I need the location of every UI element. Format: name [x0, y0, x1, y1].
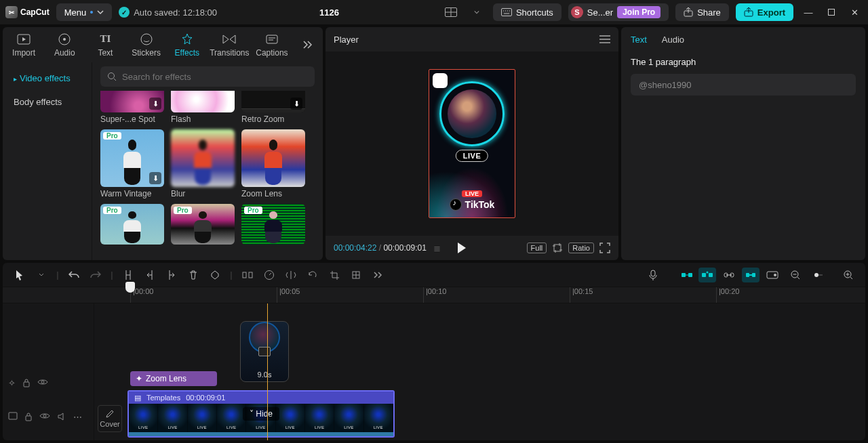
eye-icon[interactable]: [37, 378, 48, 388]
pointer-tool[interactable]: [9, 266, 30, 284]
fx-item[interactable]: ⬇Retro Zoom: [241, 91, 305, 124]
zoom-slider[interactable]: [808, 266, 829, 284]
library-tabs: Import Audio TIText Stickers Effects Tra…: [3, 27, 323, 62]
svg-rect-12: [243, 272, 246, 278]
menu-button[interactable]: Menu: [56, 3, 113, 21]
preview-toggle[interactable]: [762, 266, 783, 284]
download-icon[interactable]: ⬇: [290, 98, 302, 110]
freeze-button[interactable]: [346, 266, 366, 284]
tab-effects[interactable]: Effects: [170, 33, 204, 58]
fx-item[interactable]: Flash: [171, 91, 235, 124]
svg-rect-9: [267, 35, 277, 43]
autosave-status: ✓ Auto saved: 12:18:00: [119, 7, 217, 18]
zoom-out-button[interactable]: [785, 266, 806, 284]
delete-button[interactable]: [183, 266, 203, 284]
download-icon[interactable]: ⬇: [149, 172, 161, 184]
cat-video-effects[interactable]: ▸Video effects: [7, 68, 87, 89]
library-panel: Import Audio TIText Stickers Effects Tra…: [3, 27, 323, 260]
mute-icon[interactable]: [57, 412, 66, 422]
undo-button[interactable]: [64, 266, 84, 284]
fx-item[interactable]: Pro: [100, 204, 164, 245]
player-panel: Player LIVE LIVE TikTok 00:00:04:22 / 00…: [326, 27, 618, 260]
tab-audio[interactable]: Audio: [47, 33, 81, 58]
cat-body-effects[interactable]: Body effects: [7, 91, 87, 112]
clip-templates[interactable]: ▤ Templates 00:00:09:01 ˅ Hide: [127, 390, 395, 438]
magnet-main[interactable]: [678, 268, 696, 282]
lock-icon[interactable]: [24, 412, 33, 422]
fullscreen-icon[interactable]: [599, 242, 610, 253]
rotate-button[interactable]: [302, 266, 323, 284]
player-menu-button[interactable]: [599, 35, 610, 43]
tab-text[interactable]: TIText: [88, 33, 122, 58]
drag-preview[interactable]: 9.0s: [240, 321, 289, 382]
toolbar-more[interactable]: [368, 266, 388, 284]
magnet-aux[interactable]: [698, 268, 716, 282]
tab-import[interactable]: Import: [7, 33, 41, 58]
marker-button[interactable]: [205, 266, 225, 284]
link-button[interactable]: [719, 266, 739, 284]
tab-transitions[interactable]: Transitions: [211, 33, 248, 58]
timeline-tracks[interactable]: ✧ ⋯ Cover 9.0s: [3, 303, 865, 440]
tab-audio-insp[interactable]: Audio: [662, 35, 684, 45]
snap-button[interactable]: [742, 268, 760, 282]
tab-text[interactable]: Text: [631, 35, 647, 45]
export-button[interactable]: Export: [736, 3, 793, 21]
ruler-start-handle[interactable]: [125, 282, 135, 293]
fx-item[interactable]: Blur: [171, 129, 235, 198]
eq-icon[interactable]: ≣: [433, 243, 441, 253]
trim-left-button[interactable]: [140, 266, 160, 284]
fx-item[interactable]: ⬇Super-...e Spot: [100, 91, 164, 124]
window-minimize[interactable]: —: [800, 7, 816, 18]
zoom-in-button[interactable]: [838, 266, 859, 284]
text-field[interactable]: @sheno1990: [631, 74, 856, 96]
fx-item[interactable]: Pro: [171, 204, 235, 245]
video-track-icon[interactable]: [8, 412, 18, 422]
shortcuts-button[interactable]: Shortcuts: [493, 3, 561, 21]
crop-icon[interactable]: [552, 242, 563, 253]
eye-icon[interactable]: [39, 412, 50, 422]
window-close[interactable]: ✕: [846, 7, 863, 18]
clip-zoom-lens[interactable]: ✦ Zoom Lens: [130, 371, 217, 386]
tabs-more-button[interactable]: [296, 41, 319, 49]
mirror-button[interactable]: [281, 266, 301, 284]
tab-stickers[interactable]: Stickers: [130, 33, 163, 58]
pro-badge: Pro: [103, 207, 121, 214]
track-more-icon[interactable]: ⋯: [73, 412, 82, 422]
fx-item[interactable]: Zoom Lens: [241, 129, 305, 198]
trim-right-button[interactable]: [161, 266, 182, 284]
clip-hide-button[interactable]: ˅ Hide: [243, 407, 279, 421]
cover-button[interactable]: Cover: [98, 405, 122, 432]
redo-button[interactable]: [85, 266, 106, 284]
preview-canvas[interactable]: LIVE LIVE TikTok: [429, 69, 515, 218]
share-button[interactable]: Share: [675, 3, 729, 21]
svg-rect-19: [702, 273, 706, 277]
project-name[interactable]: 1126: [319, 7, 339, 18]
effects-search[interactable]: [100, 66, 315, 87]
pointer-more[interactable]: [31, 266, 52, 284]
ripple-button[interactable]: [237, 266, 258, 284]
layout-chevron[interactable]: [467, 3, 486, 21]
mic-button[interactable]: [643, 266, 663, 284]
time-ruler[interactable]: |00:00 |00:05 |00:10 |00:15 |00:20: [3, 287, 865, 303]
fx-item[interactable]: Pro: [241, 204, 305, 245]
download-icon[interactable]: ⬇: [149, 98, 161, 110]
fx-item[interactable]: Pro⬇Warm Vintage: [100, 129, 164, 198]
play-button[interactable]: [457, 242, 467, 253]
svg-rect-4: [829, 9, 835, 16]
tab-captions[interactable]: Captions: [255, 33, 289, 58]
pro-badge: Pro: [174, 207, 192, 214]
join-pro-badge[interactable]: Join Pro: [617, 6, 660, 18]
crop-button[interactable]: [324, 266, 344, 284]
ratio-button[interactable]: Ratio: [568, 242, 594, 253]
full-button[interactable]: Full: [527, 242, 547, 253]
speed-button[interactable]: [259, 266, 279, 284]
fx-track-icon[interactable]: ✧: [8, 378, 16, 388]
svg-rect-20: [709, 273, 713, 277]
template-icon: ▤: [134, 394, 141, 402]
player-stage[interactable]: LIVE LIVE TikTok: [326, 51, 618, 236]
effects-search-input[interactable]: [122, 72, 308, 82]
window-maximize[interactable]: [823, 8, 840, 16]
layout-button[interactable]: [441, 3, 460, 21]
user-pill[interactable]: S Se...er Join Pro: [568, 3, 669, 21]
lock-icon[interactable]: [22, 378, 31, 388]
